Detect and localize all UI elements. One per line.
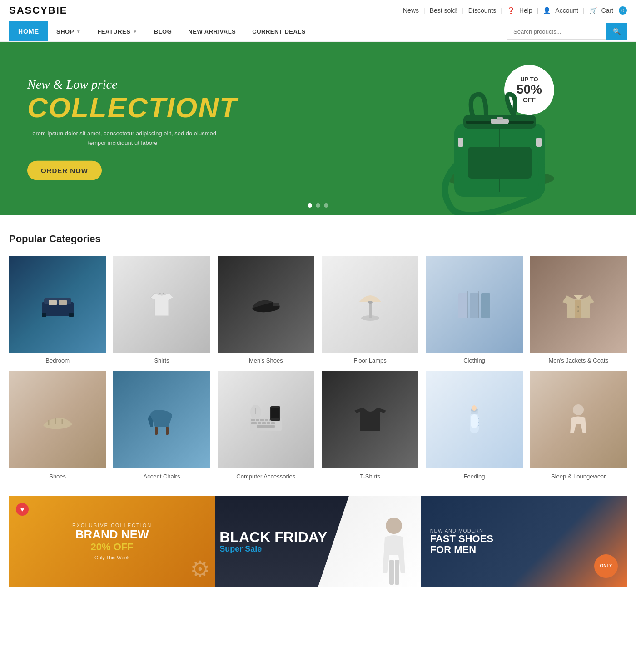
category-sleep-loungewear[interactable]: Sleep & Loungewear: [530, 371, 627, 479]
svg-rect-5: [497, 117, 503, 120]
svg-point-55: [573, 404, 584, 415]
category-label-accent-chairs: Accent Chairs: [144, 473, 180, 480]
svg-rect-44: [271, 408, 279, 418]
black-friday-sub: Super Sale: [219, 544, 327, 553]
svg-rect-25: [575, 300, 581, 318]
category-label-sleep-loungewear: Sleep & Loungewear: [551, 473, 606, 480]
gear-decoration: ⚙: [190, 556, 210, 582]
svg-point-19: [368, 301, 373, 304]
svg-rect-16: [273, 303, 279, 306]
brand-logo[interactable]: SASCYBIE: [9, 5, 67, 16]
category-label-feeding: Feeding: [464, 473, 485, 480]
section-title: Popular Categories: [9, 233, 627, 245]
category-tshirts[interactable]: T-Shirts: [322, 371, 418, 479]
category-clothing[interactable]: Clothing: [426, 256, 522, 364]
category-mens-jackets[interactable]: Men's Jackets & Coats: [530, 256, 627, 364]
best-sold-link[interactable]: Best sold!: [430, 7, 457, 14]
black-friday-label: BLACK FRIDAY: [219, 529, 327, 544]
banner-main-text: BRAND NEW: [72, 528, 152, 541]
category-computer-accessories[interactable]: Computer Accessories: [218, 371, 314, 479]
category-bedroom[interactable]: Bedroom: [9, 256, 106, 364]
banner-brand-new[interactable]: ♥ EXCLUSIVE COLLECTION BRAND NEW 20% OFF…: [9, 496, 215, 587]
nav-bar: HOME SHOP ▼ FEATURES ▼ BLOG NEW ARRIVALS…: [0, 21, 636, 42]
svg-rect-33: [260, 419, 264, 421]
category-label-bedroom: Bedroom: [45, 357, 70, 364]
banner-tag: EXCLUSIVE COLLECTION: [72, 523, 152, 528]
svg-rect-34: [265, 419, 268, 421]
account-link[interactable]: Account: [555, 7, 578, 14]
svg-point-26: [577, 306, 579, 308]
order-now-button[interactable]: ORDER NOW: [27, 160, 102, 180]
svg-rect-40: [267, 422, 270, 424]
top-bar: SASCYBIE News | Best sold! | Discounts |…: [0, 0, 636, 21]
svg-rect-41: [271, 422, 275, 424]
dot-1[interactable]: [308, 203, 312, 208]
help-icon: ❓: [507, 7, 515, 14]
search-input[interactable]: [507, 24, 606, 40]
category-floor-lamps[interactable]: Floor Lamps: [322, 256, 418, 364]
discounts-link[interactable]: Discounts: [468, 7, 496, 14]
svg-rect-12: [42, 313, 46, 317]
svg-rect-22: [481, 293, 490, 318]
svg-rect-31: [251, 419, 255, 421]
svg-rect-42: [257, 425, 275, 428]
svg-rect-8: [458, 138, 463, 147]
categories-row-1: Bedroom Shirts: [9, 256, 627, 364]
heart-icon: ♥: [16, 503, 29, 516]
cart-icon: 🛒: [589, 7, 597, 14]
hero-description: Lorem ipsum dolor sit amet, consectetur …: [27, 129, 218, 148]
category-label-floor-lamps: Floor Lamps: [354, 357, 387, 364]
nav-blog[interactable]: BLOG: [146, 22, 180, 41]
search-button[interactable]: 🔍: [606, 23, 627, 40]
cart-link[interactable]: Cart: [601, 7, 613, 14]
help-link[interactable]: Help: [519, 7, 532, 14]
news-link[interactable]: News: [403, 7, 419, 14]
dot-3[interactable]: [324, 203, 328, 208]
category-mens-shoes[interactable]: Men's Shoes: [218, 256, 314, 364]
bottom-banners: ♥ EXCLUSIVE COLLECTION BRAND NEW 20% OFF…: [0, 496, 636, 587]
svg-rect-48: [471, 414, 478, 428]
shoes-banner-text: NEW AND MODERN FAST SHOES FOR MEN: [430, 528, 503, 555]
category-shoes[interactable]: Shoes: [9, 371, 106, 479]
person-silhouette: [376, 501, 412, 587]
svg-rect-14: [49, 300, 57, 305]
shop-chevron-icon: ▼: [76, 29, 81, 34]
hero-content: New & Low price COLLECTIONT Lorem ipsum …: [27, 77, 218, 180]
category-label-computer-accessories: Computer Accessories: [236, 473, 295, 480]
category-accent-chairs[interactable]: Accent Chairs: [113, 371, 210, 479]
hero-bag-image: [418, 42, 600, 215]
nav-home[interactable]: HOME: [9, 21, 48, 41]
popular-categories-section: Popular Categories Bedroom: [0, 215, 636, 496]
banner-discount: 20% OFF: [72, 541, 152, 553]
category-label-clothing: Clothing: [463, 357, 485, 364]
svg-rect-39: [262, 422, 266, 424]
search-area: 🔍: [507, 23, 627, 40]
category-label-mens-shoes: Men's Shoes: [249, 357, 283, 364]
category-feeding[interactable]: Feeding: [426, 371, 522, 479]
banner-black-friday[interactable]: BLACK FRIDAY Super Sale: [215, 496, 421, 587]
svg-rect-9: [536, 138, 542, 147]
svg-rect-20: [458, 293, 467, 318]
account-icon: 👤: [543, 7, 551, 14]
svg-rect-28: [155, 427, 158, 435]
category-label-mens-jackets: Men's Jackets & Coats: [548, 357, 608, 364]
banner-sub: Only This Week: [72, 555, 152, 560]
categories-row-2: Shoes Accent Chairs: [9, 371, 627, 479]
category-shirts[interactable]: Shirts: [113, 256, 210, 364]
banner-text-bf: BLACK FRIDAY Super Sale: [219, 529, 327, 553]
features-chevron-icon: ▼: [133, 29, 137, 34]
nav-current-deals[interactable]: CURRENT DEALS: [244, 22, 314, 41]
svg-rect-13: [69, 313, 74, 317]
category-label-shoes: Shoes: [49, 473, 66, 480]
nav-new-arrivals[interactable]: NEW ARRIVALS: [180, 22, 244, 41]
banner-fast-shoes[interactable]: NEW AND MODERN FAST SHOES FOR MEN ONLY: [421, 496, 627, 587]
hero-title: COLLECTIONT: [27, 94, 218, 122]
svg-rect-7: [468, 147, 532, 179]
hero-dots: [308, 203, 328, 208]
category-label-tshirts: T-Shirts: [360, 473, 380, 480]
nav-shop[interactable]: SHOP ▼: [48, 22, 89, 41]
nav-features[interactable]: FEATURES ▼: [89, 22, 146, 41]
svg-rect-29: [166, 427, 169, 435]
svg-rect-11: [44, 298, 71, 304]
dot-2[interactable]: [316, 203, 320, 208]
